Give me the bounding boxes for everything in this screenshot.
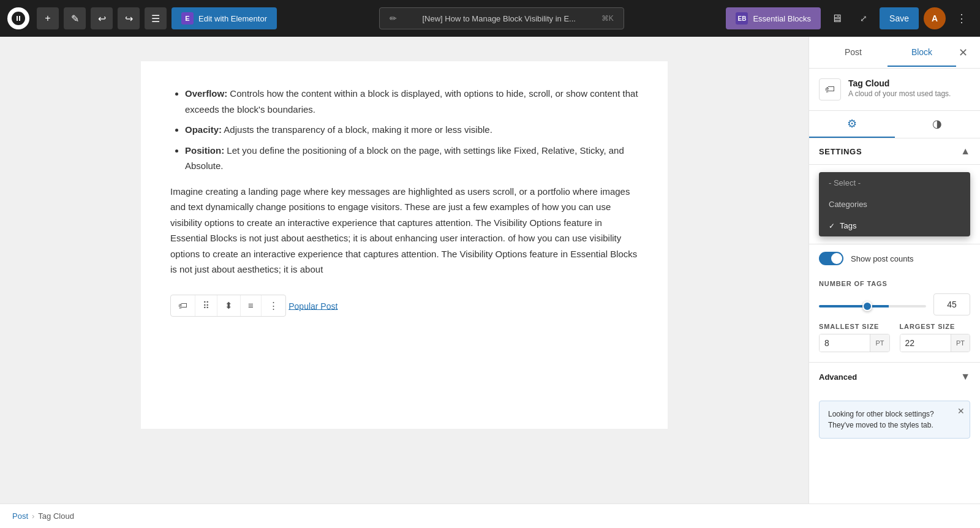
settings-section: Settings ▲ - Select - Categories ✓ Tags … [809,138,980,362]
essential-blocks-button[interactable]: EB Essential Blocks [726,7,821,29]
redo-icon: ↪ [125,13,133,25]
block-more-button[interactable]: ⋮ [261,295,285,316]
list-item: Opacity: Adjusts the transparency of a b… [185,122,638,138]
smallest-size-input[interactable] [820,334,870,352]
block-arrows-button[interactable]: ⬍ [217,295,240,316]
more-icon: ⋮ [956,12,967,25]
opacity-text: Adjusts the transparency of a block, mak… [224,124,492,135]
dropdown-categories-item[interactable]: Categories [819,194,970,215]
post-tab[interactable]: Post [819,39,888,67]
block-name: Tag Cloud [848,78,951,88]
essential-blocks-label: Essential Blocks [753,14,811,23]
number-of-tags-label: NUMBER OF TAGS [819,280,970,287]
block-tab[interactable]: Block [888,39,956,67]
popular-post-link[interactable]: Popular Post [288,301,337,311]
position-bold: Position: [185,145,224,156]
slider-container [819,299,926,310]
largest-size-unit: PT [951,334,970,352]
tag-icon: 🏷 [178,300,187,311]
taxonomy-dropdown-menu: - Select - Categories ✓ Tags [819,172,970,236]
notification-bar: Looking for other block settings? They'v… [819,401,970,439]
number-of-tags-row: NUMBER OF TAGS 45 [809,273,980,323]
largest-size-input[interactable] [900,334,951,352]
undo-button[interactable]: ↩ [91,7,113,29]
taxonomy-dropdown-container: - Select - Categories ✓ Tags [809,165,980,244]
settings-subtab[interactable]: ⚙ [809,111,895,138]
dropdown-tags-item[interactable]: ✓ Tags [819,215,970,236]
position-text: Let you define the positioning of a bloc… [185,145,624,172]
tag-cloud-icon: 🏷 [825,84,835,95]
redo-button[interactable]: ↪ [118,7,140,29]
close-icon: ✕ [959,47,968,59]
editor-content: Overflow: Controls how the content withi… [141,61,668,429]
block-desc: A cloud of your most used tags. [848,89,951,98]
right-panel: Post Block ✕ 🏷 Tag Cloud A cloud of your… [809,37,980,503]
tags-count-slider[interactable] [819,305,926,307]
breadcrumb-current: Tag Cloud [38,511,74,521]
smallest-size-input-row: PT [819,334,890,352]
tools-button[interactable]: ✎ [64,7,86,29]
wp-logo[interactable] [7,7,29,29]
show-post-counts-label: Show post counts [851,254,914,263]
largest-size-col: LARGEST SIZE PT [900,323,971,352]
largest-size-input-row: PT [900,334,971,352]
settings-section-header[interactable]: Settings ▲ [809,138,980,165]
close-panel-button[interactable]: ✕ [956,43,970,62]
arrows-icon: ⬍ [225,300,233,311]
plus-icon: + [45,13,50,24]
block-info: 🏷 Tag Cloud A cloud of your most used ta… [809,69,980,111]
smallest-size-col: SMALLEST SIZE PT [819,323,890,352]
tags-label: Tags [840,221,856,230]
eb-icon: EB [736,12,748,25]
block-drag-button[interactable]: ⠿ [195,295,217,316]
tags-count-input[interactable]: 45 [933,293,970,315]
paragraph1: Imagine creating a landing page where ke… [170,184,638,277]
overflow-text: Controls how the content within a block … [185,88,638,115]
block-align-button[interactable]: ≡ [240,295,261,316]
chevron-up-icon: ▲ [960,146,970,157]
notification-close-button[interactable]: ✕ [957,406,965,416]
close-icon: ✕ [957,406,965,416]
contrast-icon: ◑ [932,117,942,130]
user-avatar-button[interactable]: A [924,7,946,29]
keyboard-shortcut: ⌘K [601,14,614,23]
pencil-icon: ✏ [390,13,397,23]
post-title-text: [New] How to Manage Block Visibility in … [422,14,575,23]
dropdown-placeholder-item[interactable]: - Select - [819,172,970,194]
advanced-section-header[interactable]: Advanced ▼ [809,363,980,391]
list-view-button[interactable]: ☰ [145,7,167,29]
breadcrumb-post-link[interactable]: Post [12,511,28,521]
more-options-button[interactable]: ⋮ [951,7,973,29]
block-tag-icon-button[interactable]: 🏷 [171,295,195,316]
slider-row: 45 [819,293,970,315]
smallest-size-label: SMALLEST SIZE [819,323,890,330]
breadcrumb-separator: › [32,511,34,521]
show-post-counts-row: Show post counts [809,244,980,273]
elementor-icon: E [181,12,194,25]
edit-elementor-button[interactable]: E Edit with Elementor [172,7,277,29]
panel-header: Post Block ✕ [809,37,980,69]
largest-size-label: LARGEST SIZE [900,323,971,330]
view-toggle-button[interactable]: 🖥 [826,7,848,29]
block-icon: 🏷 [819,78,841,100]
toolbar-right: EB Essential Blocks 🖥 ⤢ Save A ⋮ [726,7,973,29]
list-icon: ☰ [151,13,160,25]
ellipsis-icon: ⋮ [269,300,278,311]
fullscreen-button[interactable]: ⤢ [853,7,875,29]
check-icon: ✓ [829,222,835,230]
save-button[interactable]: Save [880,7,919,29]
chevron-down-icon: ▼ [960,371,970,382]
edit-elementor-label: Edit with Elementor [198,14,267,23]
desktop-icon: 🖥 [831,12,842,25]
block-toolbar: 🏷 ⠿ ⬍ ≡ ⋮ [170,295,286,317]
advanced-section: Advanced ▼ [809,362,980,391]
show-post-counts-toggle[interactable] [819,252,843,265]
top-toolbar: + ✎ ↩ ↪ ☰ E Edit with Elementor ✏ [New] … [0,0,980,37]
external-icon: ⤢ [860,13,867,23]
drag-icon: ⠿ [203,300,209,311]
settings-title: Settings [819,147,862,156]
editor-area: Overflow: Controls how the content withi… [0,37,809,503]
main-layout: Overflow: Controls how the content withi… [0,37,980,503]
add-block-button[interactable]: + [37,7,59,29]
styles-subtab[interactable]: ◑ [895,111,981,138]
